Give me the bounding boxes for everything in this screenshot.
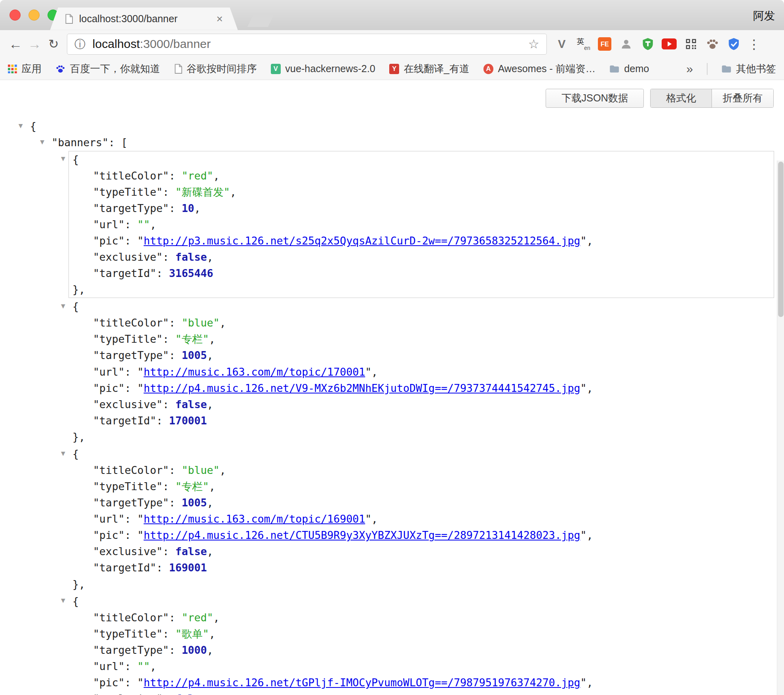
- bookmark-apps[interactable]: 应用: [8, 62, 42, 76]
- json-string-value: "red": [182, 170, 213, 182]
- baidu-paw-icon: [55, 64, 65, 74]
- collapse-toggle-icon[interactable]: ▼: [61, 598, 65, 603]
- json-key: "url": [93, 218, 125, 231]
- json-line-titleColor: "titleColor": "red",: [93, 168, 774, 184]
- json-key: "pic": [93, 676, 125, 689]
- youtube-extension-icon[interactable]: [661, 36, 677, 52]
- person-extension-icon[interactable]: [618, 36, 634, 52]
- json-line-pic: "pic": "http://p4.music.126.net/CTU5B9R9…: [93, 527, 774, 543]
- format-button[interactable]: 格式化: [651, 89, 712, 107]
- json-object-open: ▼{: [72, 593, 774, 609]
- green-shield-extension-icon[interactable]: [640, 36, 656, 52]
- json-string-value: "blue": [182, 464, 220, 476]
- json-url-link[interactable]: http://p4.music.126.net/V9-MXz6b2MNhEKju…: [144, 382, 580, 394]
- collapse-all-button[interactable]: 折叠所有: [712, 89, 773, 107]
- bookmark-google-sort[interactable]: 谷歌按时间排序: [174, 62, 257, 76]
- back-button[interactable]: ←: [6, 36, 25, 52]
- minimize-window-button[interactable]: [29, 10, 40, 21]
- bookmark-youdao[interactable]: Y在线翻译_有道: [389, 62, 469, 76]
- json-banners-key: ▼"banners": [: [51, 134, 777, 151]
- json-key: "titleColor": [93, 317, 169, 329]
- tab-title: localhost:3000/banner: [79, 13, 217, 25]
- forward-button[interactable]: →: [25, 36, 44, 52]
- view-toggle-group: 格式化 折叠所有: [650, 89, 773, 108]
- reload-button[interactable]: ↻: [44, 37, 63, 52]
- json-key: "pic": [93, 529, 125, 541]
- json-line-targetType: "targetType": 1005,: [93, 347, 774, 363]
- collapse-toggle-icon[interactable]: ▼: [61, 451, 65, 456]
- json-key: "targetType": [93, 349, 169, 361]
- profile-name[interactable]: 阿发: [753, 8, 775, 23]
- json-number-value: 10: [182, 202, 194, 214]
- json-url-link[interactable]: http://p3.music.126.net/s25q2x5QyqsAzilC…: [144, 235, 580, 247]
- json-line-titleColor: "titleColor": "blue",: [93, 315, 774, 331]
- page-favicon-icon: [65, 14, 73, 24]
- json-object-close: },: [72, 281, 774, 298]
- json-key: "targetType": [93, 496, 169, 509]
- fe-extension-icon[interactable]: FE: [597, 36, 613, 52]
- json-key: "banners": [51, 136, 108, 149]
- qr-code-extension-icon[interactable]: [683, 36, 699, 52]
- json-key: "targetId": [93, 561, 156, 574]
- json-string-value: "新碟首发": [175, 186, 230, 198]
- json-url-link[interactable]: http://p4.music.126.net/tGPljf-IMOCyPvum…: [144, 676, 580, 689]
- json-boolean-value: false: [175, 398, 207, 411]
- page-icon: [174, 64, 182, 74]
- address-bar[interactable]: ⓘ localhost:3000/banner ☆: [67, 34, 546, 55]
- bookmark-label: 谷歌按时间排序: [186, 62, 257, 76]
- json-key: "exclusive": [93, 693, 163, 695]
- json-line-typeTitle: "typeTitle": "专栏",: [93, 478, 774, 495]
- json-string-value: "专栏": [175, 333, 209, 345]
- bookmark-star-icon[interactable]: ☆: [528, 37, 539, 52]
- download-json-button[interactable]: 下载JSON数据: [546, 89, 644, 108]
- youdao-icon: Y: [389, 64, 399, 74]
- json-key: "typeTitle": [93, 333, 163, 345]
- url-text[interactable]: localhost:3000/banner: [93, 37, 211, 51]
- url-host: localhost: [93, 37, 140, 50]
- page-info-icon[interactable]: ⓘ: [74, 37, 86, 52]
- json-string-value: "": [137, 218, 150, 231]
- json-line-targetType: "targetType": 1000,: [93, 642, 774, 658]
- collapse-toggle-icon[interactable]: ▼: [40, 139, 44, 145]
- translate-extension-icon[interactable]: 英en: [575, 36, 591, 52]
- blue-shield-extension-icon[interactable]: [726, 36, 742, 52]
- scrollbar-thumb[interactable]: [778, 162, 784, 317]
- bookmarks-overflow-chevron[interactable]: »: [686, 62, 693, 76]
- bookmark-awesomes[interactable]: AAwesomes - 前端资…: [483, 62, 596, 76]
- json-line-exclusive: "exclusive": false,: [93, 543, 774, 559]
- json-key: "url": [93, 513, 125, 525]
- paw-extension-icon[interactable]: [704, 36, 720, 52]
- json-url-link[interactable]: http://music.163.com/m/topic/170001: [144, 366, 365, 378]
- bookmark-demo-folder[interactable]: demo: [609, 63, 649, 74]
- json-line-titleColor: "titleColor": "red",: [93, 609, 774, 626]
- json-line-url: "url": "http://music.163.com/m/topic/170…: [93, 364, 774, 380]
- vimium-extension-icon[interactable]: V: [554, 36, 569, 52]
- json-string-value: "歌单": [175, 628, 209, 640]
- page-content: 下载JSON数据 格式化 折叠所有 ▼{ ▼"banners": [ ▼{ "t…: [0, 80, 784, 695]
- new-tab-button[interactable]: [247, 13, 274, 27]
- bookmark-label: demo: [624, 63, 649, 74]
- json-url-link[interactable]: http://music.163.com/m/topic/169001: [144, 513, 365, 525]
- json-boolean-value: false: [175, 251, 207, 263]
- collapse-toggle-icon[interactable]: ▼: [19, 123, 23, 129]
- json-number-value: 1005: [182, 349, 207, 361]
- json-root-open: ▼{: [30, 118, 777, 134]
- json-number-value: 1005: [182, 496, 207, 509]
- close-window-button[interactable]: [10, 10, 21, 21]
- bookmark-vue-hackernews[interactable]: Vvue-hackernews-2.0: [271, 63, 375, 74]
- browser-tab[interactable]: localhost:3000/banner ×: [50, 8, 238, 30]
- other-bookmarks-folder[interactable]: 其他书签: [721, 62, 776, 76]
- browser-menu-icon[interactable]: ⋮: [748, 36, 759, 52]
- json-viewer: ▼{ ▼"banners": [ ▼{ "titleColor": "red",…: [0, 118, 777, 695]
- json-key: "targetId": [93, 267, 156, 279]
- json-key: "pic": [93, 235, 125, 247]
- json-key: "exclusive": [93, 251, 163, 263]
- folder-icon: [609, 65, 619, 73]
- close-tab-icon[interactable]: ×: [216, 13, 223, 25]
- vertical-scrollbar[interactable]: [777, 160, 784, 695]
- bookmark-baidu[interactable]: 百度一下，你就知道: [55, 62, 160, 76]
- json-url-link[interactable]: http://p4.music.126.net/CTU5B9R9y3XyYBZX…: [144, 529, 580, 541]
- collapse-toggle-icon[interactable]: ▼: [61, 156, 65, 162]
- collapse-toggle-icon[interactable]: ▼: [61, 304, 65, 309]
- json-key: "titleColor": [93, 611, 169, 624]
